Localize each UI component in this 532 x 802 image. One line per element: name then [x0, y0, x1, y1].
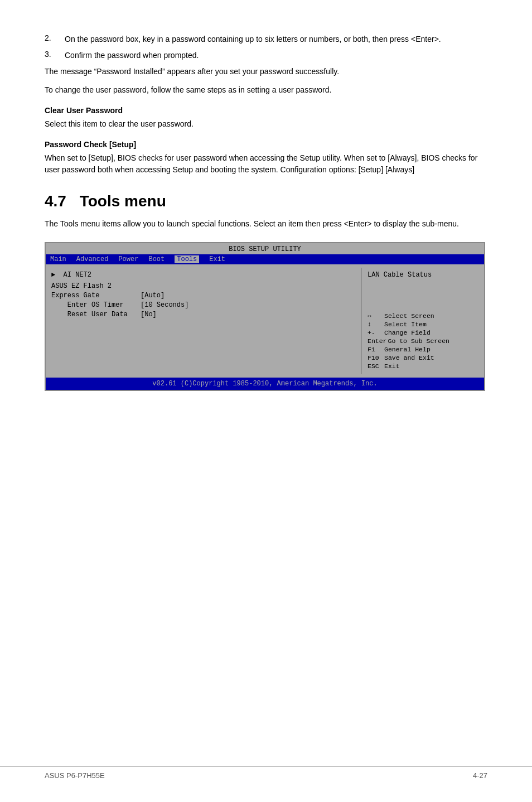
bios-help-save-exit: F10 Save and Exit [367, 354, 478, 361]
chapter-num: 4.7 [45, 192, 66, 210]
bios-reset-user-data-value: [No] [141, 311, 157, 318]
list-text-3: Confirm the password when prompted. [65, 50, 199, 61]
para-change-password: To change the user password, follow the … [45, 84, 485, 96]
list-item-3: 3. Confirm the password when prompted. [45, 50, 485, 61]
bios-enter-os-timer-label: Enter OS Timer [51, 301, 141, 309]
page-number: 4-27 [473, 771, 487, 780]
bios-ez-flash-label: ASUS EZ Flash 2 [51, 282, 141, 290]
bios-enter-os-timer: Enter OS Timer [10 Seconds] [51, 301, 356, 309]
bios-copyright: v02.61 (C)Copyright 1985-2010, American … [152, 380, 377, 388]
bios-help-desc-general-help: General Help [384, 346, 431, 353]
chapter-heading: 4.7 Tools menu [45, 192, 485, 210]
bios-help-desc-save-exit: Save and Exit [384, 354, 434, 361]
bios-help-esc-exit: ESC Exit [367, 363, 478, 370]
bios-ez-flash: ASUS EZ Flash 2 [51, 282, 356, 290]
bios-menu-power[interactable]: Power [118, 255, 138, 263]
bios-help-change-field: +- Change Field [367, 329, 478, 336]
bios-help-key-arrows: ↔ [367, 312, 383, 320]
bios-right-panel: LAN Cable Status ↔ Select Screen ↕ Selec… [361, 268, 484, 374]
bios-right-title: LAN Cable Status [367, 271, 478, 279]
chapter-intro: The Tools menu items allow you to launch… [45, 218, 485, 230]
bios-menu-exit[interactable]: Exit [209, 255, 225, 263]
bios-footer: v02.61 (C)Copyright 1985-2010, American … [46, 378, 484, 390]
bios-ai-net2: ► AI NET2 [51, 271, 356, 279]
bios-reset-user-data: Reset User Data [No] [51, 311, 356, 318]
heading-clear-password: Clear User Password [45, 106, 485, 115]
bios-help-key-plusminus: +- [367, 329, 383, 336]
list-item-2: 2. On the password box, key in a passwor… [45, 33, 485, 45]
page-footer: ASUS P6-P7H55E 4-27 [0, 766, 532, 780]
bios-title-bar: BIOS SETUP UTILITY [46, 243, 484, 254]
para-clear-password: Select this item to clear the user passw… [45, 118, 485, 130]
bios-menu-advanced[interactable]: Advanced [76, 255, 109, 263]
bios-help-desc-change-field: Change Field [384, 329, 431, 336]
para-password-check: When set to [Setup], BIOS checks for use… [45, 152, 485, 176]
bios-help-desc-select-screen: Select Screen [384, 312, 434, 320]
content-area: 2. On the password box, key in a passwor… [45, 33, 485, 391]
list-num-3: 3. [45, 50, 65, 61]
bios-help-key-enter: Enter [367, 337, 387, 345]
list-num-2: 2. [45, 33, 65, 45]
bios-help-select-screen: ↔ Select Screen [367, 312, 478, 320]
bios-express-gate-value: [Auto] [141, 292, 165, 299]
bios-title: BIOS SETUP UTILITY [229, 245, 301, 253]
bios-body: ► AI NET2 ASUS EZ Flash 2 Express Gate [… [46, 264, 484, 378]
page: 2. On the password box, key in a passwor… [0, 0, 532, 802]
bios-menu-tools[interactable]: Tools [175, 255, 199, 263]
bios-ai-net2-label: ► AI NET2 [51, 271, 141, 279]
heading-password-check: Password Check [Setup] [45, 140, 485, 149]
bios-enter-os-timer-value: [10 Seconds] [141, 301, 188, 309]
bios-help-key-updown: ↕ [367, 321, 383, 328]
bios-express-gate: Express Gate [Auto] [51, 292, 356, 299]
bios-menu-main[interactable]: Main [50, 255, 66, 263]
bios-help-sub-screen: Enter Go to Sub Screen [367, 337, 478, 345]
chapter-title: Tools menu [80, 192, 166, 210]
bios-help-desc-select-item: Select Item [384, 321, 427, 328]
bios-help-key-esc: ESC [367, 363, 383, 370]
list-text-2: On the password box, key in a password c… [65, 33, 441, 45]
bios-help-key-f10: F10 [367, 354, 383, 361]
bios-menu-boot[interactable]: Boot [148, 255, 165, 263]
bios-help-desc-sub-screen: Go to Sub Screen [388, 337, 449, 345]
bios-screenshot: BIOS SETUP UTILITY Main Advanced Power B… [45, 242, 485, 391]
bios-reset-user-data-label: Reset User Data [51, 311, 141, 318]
bios-help-general-help: F1 General Help [367, 346, 478, 353]
product-name: ASUS P6-P7H55E [45, 771, 105, 780]
bios-express-gate-label: Express Gate [51, 292, 141, 299]
bios-menu-bar: Main Advanced Power Boot Tools Exit [46, 254, 484, 264]
bios-help-desc-esc-exit: Exit [384, 363, 400, 370]
bios-help-key-f1: F1 [367, 346, 383, 353]
bios-help-select-item: ↕ Select Item [367, 321, 478, 328]
para-password-installed: The message “Password Installed” appears… [45, 66, 485, 78]
bios-left-panel: ► AI NET2 ASUS EZ Flash 2 Express Gate [… [46, 268, 361, 374]
